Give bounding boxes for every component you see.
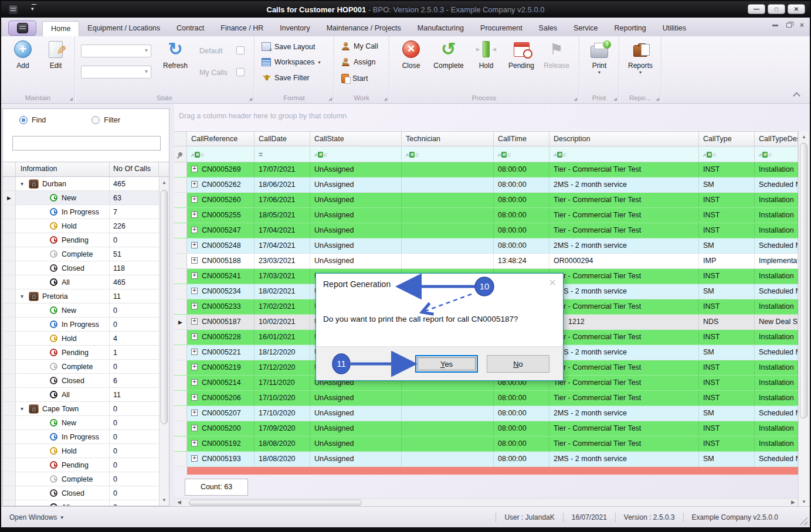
ribbon-tab[interactable]: Maintenance / Projects [318,21,409,36]
tree-search-input[interactable] [12,136,161,151]
tree-row[interactable]: ▶ ▾ ⌂ Pretoria 11 [3,289,159,303]
expand-row-icon[interactable] [191,394,198,401]
dialog-launcher-icon[interactable]: ◢ [249,97,252,101]
expand-row-icon[interactable] [191,227,198,233]
filter-calltime[interactable]: ABC [494,147,549,162]
call-row[interactable]: ▶ CN0005248 17/04/2021 UnAssigned 08:00:… [174,238,798,254]
ribbon-tab[interactable]: Equipment / Locations [79,21,168,36]
dialog-close-icon[interactable]: × [549,276,556,289]
tree-row[interactable]: ▶ ▾ ⌂ Closed 6 [3,374,159,388]
ribbon-tab[interactable]: Manufacturing [409,21,472,36]
collapse-ribbon-icon[interactable] [793,92,800,100]
call-row[interactable]: ▶ CN0005247 17/04/2021 UnAssigned 08:00:… [174,223,798,238]
filter-callstate[interactable]: ABC [310,147,402,162]
scroll-down-icon[interactable]: ▼ [160,496,168,504]
expand-row-icon[interactable] [191,166,198,172]
pending-button[interactable]: Pending [504,39,538,70]
tree-row[interactable]: ▶ ▾ ⌂ All 0 [3,500,159,506]
filter-calltypedesc[interactable]: ABC [755,147,798,162]
tree-header-no-of-calls[interactable]: No Of Calls [110,162,159,176]
vertical-scrollbar[interactable]: ▲ ▼ [798,131,809,507]
call-row[interactable]: ▶ CN0005193 18/08/2020 UnAssigned 08:00:… [174,452,798,467]
call-row[interactable]: ▶ CN0005188 23/03/2021 UnAssigned 13:48:… [174,254,798,269]
ribbon-tab[interactable]: Service [565,21,606,36]
group-by-panel[interactable]: Drag a column header here to group by th… [174,112,347,127]
ribbon-tab[interactable]: Finance / HR [212,21,272,36]
reports-button[interactable]: Reports ▾ [623,39,657,75]
radio-selected-icon[interactable] [19,116,28,124]
close-button[interactable]: ✕ [788,4,805,14]
tree-row[interactable]: ▶ ▾ ⌂ Durban 465 [3,177,159,191]
refresh-button[interactable]: ↻ Refresh [157,39,194,70]
collapse-caret-icon[interactable]: ▾ [21,405,29,412]
tree-scrollbar[interactable]: ▲ ▼ [159,177,169,506]
scroll-up-icon[interactable]: ▲ [800,132,808,141]
tree-row[interactable]: ▶ ▾ ⌂ Pending 0 [3,233,159,247]
mdi-minimize-icon[interactable] [772,25,778,26]
tree-row[interactable]: ▶ ▾ ⌂ In Progress 7 [3,205,159,219]
expand-row-icon[interactable] [191,212,198,218]
expand-row-icon[interactable] [191,272,198,279]
call-row[interactable]: ▶ CN0005269 17/07/2021 UnAssigned 08:00:… [174,162,798,178]
mdi-close-icon[interactable]: × [800,22,804,28]
scroll-right-icon[interactable]: ▶ [791,499,795,505]
vertical-scrollbar-thumb[interactable] [800,143,807,418]
maximize-button[interactable]: □ [768,4,785,14]
dialog-launcher-icon[interactable]: ◢ [614,97,617,101]
tree-row[interactable]: ▶ ▾ ⌂ Complete 0 [3,472,159,486]
tree-row[interactable]: ▶ ▾ ⌂ Complete 51 [3,247,159,261]
expand-row-icon[interactable] [191,288,198,294]
call-row[interactable]: ▶ CN0005207 17/10/2020 UnAssigned 08:00:… [174,406,798,421]
expand-row-icon[interactable] [191,318,198,325]
call-row[interactable]: ▶ CN0005200 17/09/2020 UnAssigned 08:00:… [174,421,798,436]
filter-description[interactable]: ABC [549,147,699,162]
expand-row-icon[interactable] [191,242,198,248]
column-header-calltime[interactable]: CallTime [494,132,549,146]
pin-icon[interactable] [178,152,184,158]
tree-row[interactable]: ▶ ▾ ⌂ Hold 4 [3,332,159,346]
tree-row[interactable]: ▶ ▾ ⌂ Closed 0 [3,486,159,500]
dialog-launcher-icon[interactable]: ◢ [329,97,332,101]
ribbon-tab[interactable]: Inventory [272,21,318,36]
collapse-caret-icon[interactable]: ▾ [21,180,29,187]
edit-button[interactable]: Edit [39,39,73,70]
expand-row-icon[interactable] [191,440,198,446]
start-button[interactable]: Start [341,74,368,83]
add-button[interactable]: + Add [6,39,40,70]
expand-row-icon[interactable] [191,257,198,264]
tree-row[interactable]: ▶ ▾ ⌂ All 11 [3,388,159,402]
resize-grip[interactable] [799,517,807,525]
application-button[interactable] [8,21,36,36]
tree-row[interactable]: ▶ ▾ ⌂ New 0 [3,303,159,318]
minimize-button[interactable]: — [748,4,765,14]
dialog-launcher-icon[interactable]: ◢ [574,97,577,101]
expand-row-icon[interactable] [191,379,198,386]
dialog-launcher-icon[interactable]: ◢ [70,97,73,101]
expand-row-icon[interactable] [191,425,198,431]
scroll-up-icon[interactable]: ▲ [160,178,168,187]
expand-row-icon[interactable] [191,333,198,340]
scroll-left-icon[interactable]: ◀ [177,499,181,505]
save-filter-button[interactable]: Save Filter [263,74,310,82]
close-call-button[interactable]: ✕ Close [394,39,428,70]
column-header-technician[interactable]: Technician [402,132,494,146]
no-button[interactable]: No [487,355,549,373]
expand-row-icon[interactable] [191,349,198,355]
filter-technician[interactable]: ABC [402,147,494,162]
column-header-calltype[interactable]: CallType [699,132,755,146]
tree-row[interactable]: ▶ ▾ ⌂ Pending 0 [3,458,159,472]
filter-calltype[interactable]: ABC [699,147,755,162]
tree-row[interactable]: ▶ ▾ ⌂ Closed 118 [3,261,159,275]
find-radio-option[interactable]: Find [19,116,46,124]
filter-callreference[interactable]: ABC [187,147,255,162]
tree-row[interactable]: ▶ ▾ ⌂ All 465 [3,275,159,289]
collapse-caret-icon[interactable]: ▾ [21,293,29,299]
tree-row[interactable]: ▶ ▾ ⌂ In Progress 0 [3,318,159,332]
yes-button[interactable]: Yes [415,355,478,373]
column-header-callreference[interactable]: CallReference [187,132,255,146]
ribbon-tab[interactable]: Home [42,21,79,36]
state-combo-1[interactable] [81,45,151,57]
mdi-restore-icon[interactable] [786,23,792,28]
workspaces-button[interactable]: Workspaces▾ [262,58,321,66]
tree-scrollbar-thumb[interactable] [161,190,168,424]
